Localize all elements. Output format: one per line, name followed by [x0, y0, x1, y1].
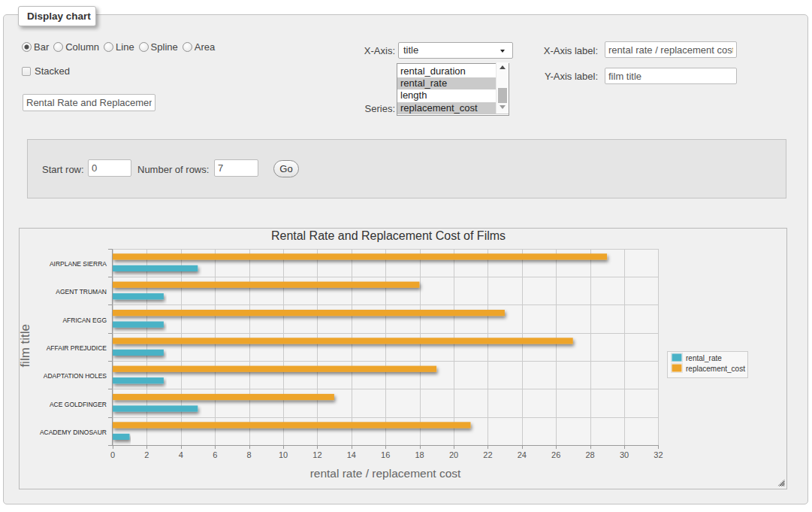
svg-text:26: 26 [551, 450, 560, 459]
svg-text:8: 8 [247, 450, 252, 459]
svg-text:AFFAIR PREJUDICE: AFFAIR PREJUDICE [47, 344, 107, 352]
svg-text:rental_rate: rental_rate [686, 354, 722, 362]
svg-text:2: 2 [144, 450, 149, 459]
svg-text:20: 20 [449, 450, 458, 459]
svg-text:12: 12 [312, 450, 321, 459]
svg-text:28: 28 [585, 450, 594, 459]
svg-text:AGENT TRUMAN: AGENT TRUMAN [56, 288, 107, 295]
svg-text:ACE GOLDFINGER: ACE GOLDFINGER [50, 401, 107, 408]
svg-text:AIRPLANE SIERRA: AIRPLANE SIERRA [50, 260, 107, 268]
svg-text:10: 10 [279, 450, 288, 459]
svg-text:ACADEMY DINOSAUR: ACADEMY DINOSAUR [40, 429, 107, 436]
svg-text:30: 30 [620, 450, 629, 459]
svg-text:32: 32 [654, 450, 663, 459]
svg-text:24: 24 [518, 450, 527, 459]
svg-text:AFRICAN EGG: AFRICAN EGG [62, 317, 107, 324]
svg-text:16: 16 [381, 450, 390, 459]
svg-text:4: 4 [179, 450, 183, 459]
svg-text:14: 14 [347, 450, 356, 459]
svg-text:replacement_cost: replacement_cost [686, 365, 745, 373]
svg-text:6: 6 [213, 450, 217, 459]
svg-text:ADAPTATION HOLES: ADAPTATION HOLES [44, 372, 107, 380]
svg-text:rental rate / replacement cost: rental rate / replacement cost [310, 467, 461, 480]
svg-text:0: 0 [110, 450, 115, 459]
svg-text:film title: film title [20, 324, 32, 368]
svg-text:Rental Rate and Replacement Co: Rental Rate and Replacement Cost of Film… [271, 229, 506, 242]
svg-text:22: 22 [483, 450, 492, 459]
svg-text:18: 18 [415, 450, 424, 459]
